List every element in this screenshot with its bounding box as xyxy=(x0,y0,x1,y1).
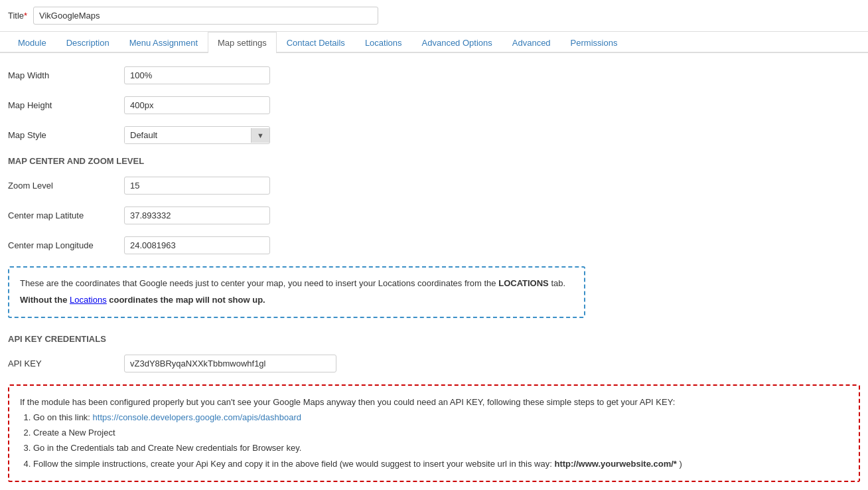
zoom-level-row: Zoom Level xyxy=(8,177,860,195)
title-row: Title* xyxy=(0,0,868,32)
coordinates-info-text2: Without the Locations coordinates the ma… xyxy=(20,293,573,307)
api-key-step4: Follow the simple instructions, create y… xyxy=(33,456,848,471)
api-key-input[interactable] xyxy=(124,355,336,372)
tab-map-settings[interactable]: Map settings xyxy=(208,32,277,53)
center-lon-input[interactable] xyxy=(124,236,270,254)
coordinates-info-box: These are the coordinates that Google ne… xyxy=(8,266,585,318)
map-center-section-heading: MAP CENTER AND ZOOM LEVEL xyxy=(8,156,860,166)
api-key-info-intro: If the module has been configured proper… xyxy=(20,395,848,410)
title-input[interactable] xyxy=(33,7,378,25)
api-key-info-box: If the module has been configured proper… xyxy=(8,384,860,483)
api-key-section-heading: API KEY CREDENTIALS xyxy=(8,334,860,344)
tab-permissions[interactable]: Permissions xyxy=(561,32,628,53)
tab-contact-details[interactable]: Contact Details xyxy=(277,32,355,53)
api-key-step1: Go on this link: https://console.develop… xyxy=(33,410,848,425)
center-lat-label: Center map Latitute xyxy=(8,210,124,220)
title-label: Title* xyxy=(8,11,28,21)
api-key-step2: Create a New Project xyxy=(33,425,848,440)
map-width-row: Map Width xyxy=(8,66,860,84)
locations-link[interactable]: Locations xyxy=(70,295,107,305)
select-arrow-icon[interactable]: ▼ xyxy=(251,128,269,143)
center-lat-input[interactable] xyxy=(124,206,270,224)
map-style-select-wrapper: DefaultSilverRetroDarkNightAubergine ▼ xyxy=(124,126,270,144)
api-key-row: API KEY xyxy=(8,355,860,372)
tab-description[interactable]: Description xyxy=(56,32,119,53)
map-height-input[interactable] xyxy=(124,96,270,114)
required-star: * xyxy=(24,11,27,21)
tab-advanced-options[interactable]: Advanced Options xyxy=(412,32,502,53)
coordinates-info-text1: These are the coordinates that Google ne… xyxy=(20,277,573,291)
map-style-label: Map Style xyxy=(8,130,124,140)
center-lat-row: Center map Latitute xyxy=(8,206,860,224)
tab-menu-assignment[interactable]: Menu Assignment xyxy=(119,32,208,53)
center-lon-label: Center map Longitude xyxy=(8,240,124,250)
tab-locations[interactable]: Locations xyxy=(355,32,412,53)
api-key-steps: Go on this link: https://console.develop… xyxy=(33,410,848,472)
tab-module[interactable]: Module xyxy=(8,32,56,53)
tab-bar: Module Description Menu Assignment Map s… xyxy=(0,32,868,53)
tab-advanced[interactable]: Advanced xyxy=(502,32,561,53)
map-width-label: Map Width xyxy=(8,70,124,80)
console-link[interactable]: https://console.developers.google.com/ap… xyxy=(93,412,301,422)
map-height-label: Map Height xyxy=(8,100,124,110)
map-height-row: Map Height xyxy=(8,96,860,114)
center-lon-row: Center map Longitude xyxy=(8,236,860,254)
zoom-level-label: Zoom Level xyxy=(8,181,124,191)
api-key-step3: Go in the Credentials tab and Create New… xyxy=(33,440,848,455)
map-style-row: Map Style DefaultSilverRetroDarkNightAub… xyxy=(8,126,860,144)
map-style-select[interactable]: DefaultSilverRetroDarkNightAubergine xyxy=(125,127,251,143)
map-width-input[interactable] xyxy=(124,66,270,84)
api-key-label: API KEY xyxy=(8,359,124,368)
main-content: Map Width Map Height Map Style DefaultSi… xyxy=(0,53,868,490)
zoom-level-input[interactable] xyxy=(124,177,270,195)
